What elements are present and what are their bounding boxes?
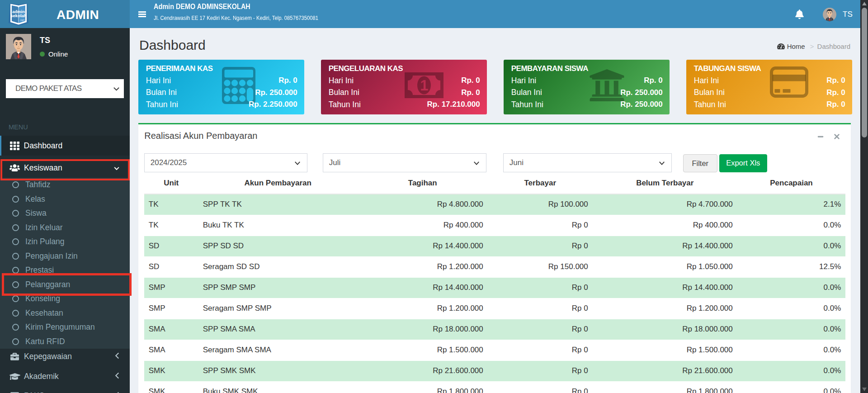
svg-text:.net: .net [19,19,24,22]
svg-text:sekolah: sekolah [10,13,27,18]
